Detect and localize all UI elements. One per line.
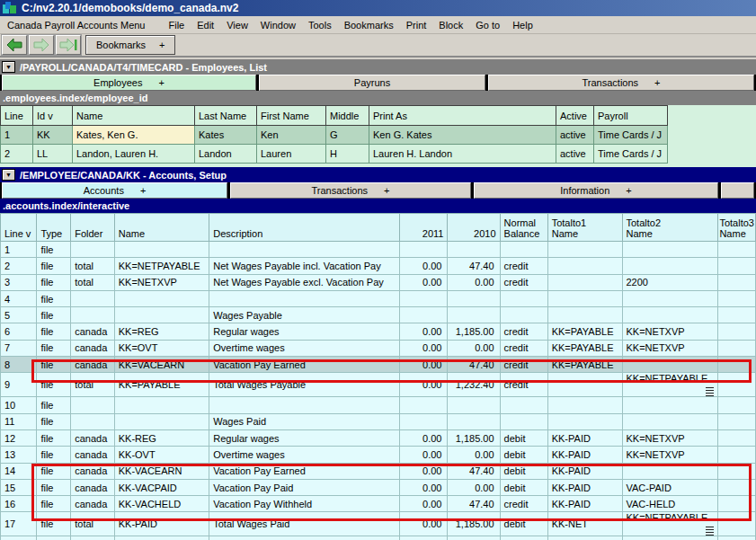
tab-payruns[interactable]: Payruns bbox=[259, 75, 485, 91]
column-header-totalto2-name[interactable]: Totalto2 Name bbox=[622, 214, 718, 242]
cell-name[interactable] bbox=[114, 242, 209, 258]
cell-folder[interactable]: total bbox=[71, 274, 115, 290]
cell-folder[interactable]: canada bbox=[71, 496, 115, 512]
cell-t2[interactable]: KK=NETXVP bbox=[622, 447, 718, 463]
cell-t1[interactable] bbox=[547, 274, 622, 290]
cell-balance[interactable]: credit bbox=[500, 340, 547, 356]
cell-t2[interactable]: KK=NETPAYABLE bbox=[622, 373, 718, 397]
cell-type[interactable]: file bbox=[37, 373, 71, 397]
cell-t3[interactable] bbox=[718, 290, 756, 306]
cell-y2011[interactable]: 0.00 bbox=[399, 274, 448, 290]
cell-name[interactable] bbox=[114, 290, 209, 306]
cell-balance[interactable]: debit bbox=[500, 479, 547, 495]
column-header-2011[interactable]: 2011 bbox=[399, 214, 448, 242]
cell-name[interactable]: Landon, Lauren H. bbox=[73, 145, 195, 164]
cell-t1[interactable] bbox=[547, 307, 622, 323]
cell-payroll[interactable]: Time Cards / J bbox=[594, 145, 668, 164]
cell-t2[interactable]: VAC-PAID bbox=[622, 479, 718, 495]
cell-t3[interactable] bbox=[718, 447, 756, 463]
cell-t1[interactable]: KK=PAYABLE bbox=[547, 357, 622, 373]
cell-type[interactable]: file bbox=[37, 463, 71, 479]
column-header-first-name[interactable]: First Name bbox=[257, 106, 326, 126]
cell-y2011[interactable]: 0.00 bbox=[399, 447, 448, 463]
cell-print_as[interactable]: Ken G. Kates bbox=[369, 126, 556, 145]
cell-t1[interactable] bbox=[547, 290, 622, 306]
cell-balance[interactable]: credit bbox=[500, 274, 547, 290]
cell-t1[interactable]: KK=PAYABLE bbox=[547, 340, 622, 356]
cell-line[interactable]: 3 bbox=[1, 274, 37, 290]
column-header-normal-balance[interactable]: Normal Balance bbox=[500, 214, 547, 242]
cell-t3[interactable] bbox=[718, 242, 756, 258]
cell-t3[interactable] bbox=[718, 536, 756, 540]
cell-line[interactable]: 10 bbox=[1, 397, 37, 413]
cell-t1[interactable]: KK-PAID bbox=[547, 463, 622, 479]
cell-type[interactable]: file bbox=[37, 340, 71, 356]
cell-y2011[interactable] bbox=[399, 413, 448, 429]
cell-desc[interactable] bbox=[209, 397, 399, 413]
cell-t2[interactable]: KK=NETXVP bbox=[622, 429, 718, 446]
cell-t2[interactable] bbox=[622, 536, 718, 540]
cell-y2010[interactable] bbox=[448, 307, 500, 323]
column-header-last-name[interactable]: Last Name bbox=[195, 106, 257, 126]
cell-balance[interactable]: credit bbox=[500, 323, 547, 340]
column-header-middle[interactable]: Middle bbox=[326, 106, 369, 126]
cell-t3[interactable] bbox=[718, 274, 756, 290]
cell-y2010[interactable]: 1,185.00 bbox=[448, 429, 500, 446]
cell-y2010[interactable] bbox=[448, 242, 500, 258]
cell-balance[interactable]: debit bbox=[500, 429, 547, 446]
tab-accounts[interactable]: Accounts+ bbox=[2, 182, 227, 199]
column-header-print-as[interactable]: Print As bbox=[369, 106, 556, 126]
cell-t3[interactable] bbox=[718, 479, 756, 495]
cell-t1[interactable] bbox=[547, 242, 622, 258]
cell-balance[interactable] bbox=[500, 536, 547, 540]
cell-y2011[interactable]: 0.00 bbox=[399, 479, 448, 495]
menu-item-block[interactable]: Block bbox=[432, 18, 469, 32]
cell-last[interactable]: Kates bbox=[195, 126, 257, 145]
cell-t1[interactable]: KK-PAID bbox=[547, 447, 622, 463]
cell-desc[interactable]: Vacation Pay Withheld bbox=[209, 496, 399, 512]
cell-folder[interactable]: canada bbox=[71, 357, 115, 373]
cell-middle[interactable]: H bbox=[326, 145, 369, 164]
cell-line[interactable]: 14 bbox=[1, 463, 37, 479]
cell-line[interactable]: 8 bbox=[1, 357, 37, 373]
cell-y2010[interactable]: 0.00 bbox=[448, 274, 500, 290]
column-header-line[interactable]: Line bbox=[1, 106, 33, 126]
cell-y2010[interactable]: 1,232.40 bbox=[448, 373, 500, 397]
cell-name[interactable]: KK-PAID bbox=[114, 512, 209, 536]
cell-t3[interactable] bbox=[718, 373, 756, 397]
cell-type[interactable]: file bbox=[37, 357, 71, 373]
cell-active[interactable]: active bbox=[556, 145, 594, 164]
cell-t3[interactable] bbox=[718, 340, 756, 356]
tab-partial[interactable] bbox=[721, 182, 754, 199]
cell-y2010[interactable]: 0.00 bbox=[448, 479, 500, 495]
cell-y2010[interactable] bbox=[448, 397, 500, 413]
cell-t2[interactable] bbox=[622, 397, 718, 413]
cell-line[interactable]: 5 bbox=[1, 307, 37, 323]
cell-id[interactable]: KK bbox=[33, 126, 73, 145]
cell-type[interactable]: file bbox=[37, 413, 71, 429]
cell-t2[interactable] bbox=[622, 357, 718, 373]
bookmarks-button[interactable]: Bookmarks + bbox=[85, 35, 175, 55]
cell-folder[interactable] bbox=[71, 536, 115, 540]
column-header-active[interactable]: Active bbox=[556, 106, 594, 126]
cell-y2011[interactable]: 0.00 bbox=[399, 258, 448, 274]
cell-t3[interactable] bbox=[718, 429, 756, 446]
cell-line[interactable]: 2 bbox=[1, 258, 37, 274]
cell-line[interactable]: 6 bbox=[1, 323, 37, 340]
cell-active[interactable]: active bbox=[556, 126, 594, 145]
cell-folder[interactable]: total bbox=[71, 258, 115, 274]
menu-item-window[interactable]: Window bbox=[254, 18, 302, 32]
cell-t3[interactable] bbox=[718, 323, 756, 340]
cell-line[interactable]: 9 bbox=[1, 373, 37, 397]
cell-type[interactable]: file bbox=[37, 496, 71, 512]
forward-end-button[interactable] bbox=[56, 35, 81, 55]
cell-folder[interactable]: total bbox=[71, 373, 115, 397]
cell-desc[interactable]: Wages Paid bbox=[209, 413, 399, 429]
cell-desc[interactable]: Overtime wages bbox=[209, 340, 399, 356]
cell-y2010[interactable] bbox=[448, 413, 500, 429]
cell-t3[interactable] bbox=[718, 258, 756, 274]
cell-balance[interactable] bbox=[500, 397, 547, 413]
cell-folder[interactable] bbox=[71, 413, 115, 429]
cell-folder[interactable]: canada bbox=[71, 447, 115, 463]
cell-folder[interactable] bbox=[71, 307, 115, 323]
